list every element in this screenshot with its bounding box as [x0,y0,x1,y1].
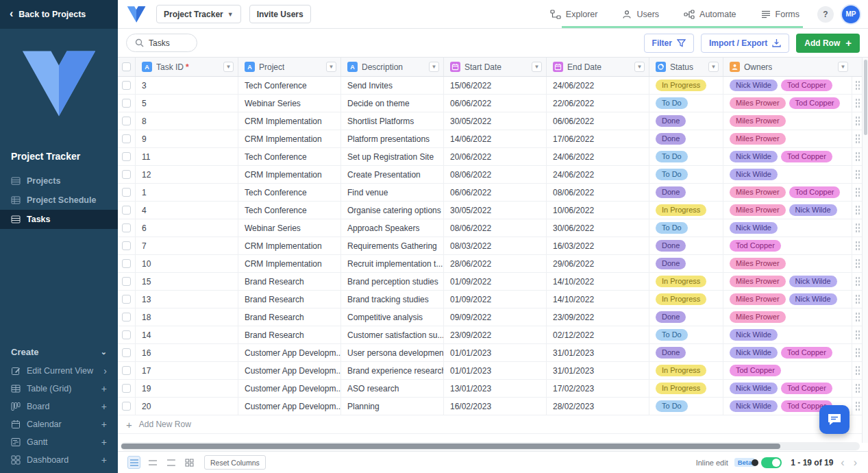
vertical-scrollbar[interactable] [862,58,868,443]
cell-status[interactable]: In Progress [649,273,723,291]
row-checkbox[interactable] [122,313,131,322]
row-height-medium-button[interactable] [146,456,159,469]
row-checkbox[interactable] [122,206,131,215]
row-drag-handle[interactable] [852,112,862,130]
owner-chip[interactable]: Nick Wilde [730,329,778,341]
cell-end-date[interactable]: 14/10/2022 [547,291,649,308]
add-row-button[interactable]: Add Row + [796,34,860,53]
cell-start-date[interactable]: 09/09/2022 [444,308,547,326]
cell-start-date[interactable]: 06/06/2022 [444,184,547,202]
cell-status[interactable]: Done [649,344,723,362]
cell-end-date[interactable]: 22/06/2022 [547,95,649,112]
owner-chip[interactable]: Tod Copper [730,365,781,376]
table-row[interactable]: 19 Customer App Developm... ASO research… [118,380,862,398]
table-row[interactable]: 13 Brand Research Brand tracking studies… [118,291,862,308]
column-header-status[interactable]: Status ▼ [649,58,723,76]
cell-owners[interactable]: Miles Prower [723,112,852,130]
import-export-button[interactable]: Import / Export [701,34,789,53]
cell-description[interactable]: Brand perception studies [341,273,444,291]
cell-project[interactable]: Brand Research [238,291,341,308]
table-row[interactable]: 3 Tech Conference Send Invites 15/06/202… [118,77,862,95]
row-drag-handle[interactable] [852,148,862,166]
cell-end-date[interactable]: 29/06/2022 [547,255,649,273]
owner-chip[interactable]: Miles Prower [730,276,786,287]
row-checkbox[interactable] [122,348,131,357]
column-header-owners[interactable]: Owners ▼ [723,58,852,76]
cell-end-date[interactable]: 16/03/2022 [547,237,649,255]
plus-icon[interactable]: + [101,454,107,465]
cell-description[interactable]: Shortlist Platforms [341,112,444,130]
column-menu-button[interactable]: ▼ [838,62,848,72]
cell-start-date[interactable]: 01/09/2022 [444,291,547,308]
row-checkbox[interactable] [122,134,131,143]
column-menu-button[interactable]: ▼ [634,62,645,72]
cell-status[interactable]: Done [649,130,723,148]
owner-chip[interactable]: Nick Wilde [789,204,837,216]
row-checkbox[interactable] [122,384,131,393]
cell-project[interactable]: CRM Implementation [238,130,341,148]
vertical-scrollbar-thumb[interactable] [864,60,867,135]
cell-project[interactable]: Webinar Series [238,219,341,237]
row-drag-handle[interactable] [852,130,862,148]
row-drag-handle[interactable] [852,219,862,237]
column-menu-button[interactable]: ▼ [532,62,542,72]
row-checkbox[interactable] [122,170,131,179]
row-drag-handle[interactable] [852,202,862,219]
cell-owners[interactable]: Miles ProwerNick Wilde [723,273,852,291]
cell-description[interactable]: Brand tracking studies [341,291,444,308]
cell-end-date[interactable]: 17/02/2023 [547,380,649,398]
horizontal-scrollbar-thumb[interactable] [121,444,780,449]
cell-description[interactable]: Set up Registration Site [341,148,444,166]
cell-description[interactable]: Create Presentation [341,166,444,184]
table-row[interactable]: 14 Brand Research Customer satisfaction … [118,326,862,344]
row-checkbox[interactable] [122,277,131,286]
cell-project[interactable]: CRM Implementation [238,166,341,184]
column-header-task-id[interactable]: A Task ID * ▼ [136,58,238,76]
cell-end-date[interactable]: 02/12/2022 [547,326,649,344]
row-drag-handle[interactable] [852,362,862,380]
owner-chip[interactable]: Nick Wilde [789,293,837,305]
cell-project[interactable]: CRM Implementation [238,112,341,130]
table-row[interactable]: 5 Webinar Series Decide on theme 06/06/2… [118,95,862,112]
cell-project[interactable]: Tech Conference [238,77,341,95]
cell-start-date[interactable]: 23/09/2022 [444,326,547,344]
cell-status[interactable]: To Do [649,326,723,344]
table-row[interactable]: 16 Customer App Developm... User persona… [118,344,862,362]
plus-icon[interactable]: + [101,383,107,394]
cell-description[interactable]: User persona development [341,344,444,362]
cell-status[interactable]: In Progress [649,380,723,398]
search-input[interactable]: Tasks [126,34,197,52]
cell-owners[interactable]: Tod Copper [723,237,852,255]
row-height-small-button[interactable] [127,456,140,469]
cell-description[interactable]: Organise catering options [341,202,444,219]
cell-project[interactable]: CRM Implementation [238,255,341,273]
table-row[interactable]: 10 CRM Implementation Recruit implementa… [118,255,862,273]
table-row[interactable]: 18 Brand Research Competitive analysis 0… [118,308,862,326]
table-row[interactable]: 12 CRM Implementation Create Presentatio… [118,166,862,184]
cell-status[interactable]: In Progress [649,202,723,219]
cell-task-id[interactable]: 18 [136,308,238,326]
inline-edit-toggle[interactable] [761,457,782,468]
cell-task-id[interactable]: 5 [136,95,238,112]
cell-task-id[interactable]: 12 [136,166,238,184]
cell-end-date[interactable]: 08/06/2022 [547,184,649,202]
column-menu-button[interactable]: ▼ [708,62,719,72]
cell-description[interactable]: Competitive analysis [341,308,444,326]
cell-project[interactable]: Customer App Developm... [238,362,341,380]
cell-description[interactable]: Send Invites [341,77,444,95]
row-drag-handle[interactable] [852,95,862,112]
cell-start-date[interactable]: 01/01/2023 [444,362,547,380]
row-height-grid-button[interactable] [183,456,196,469]
cell-description[interactable]: Platform presentations [341,130,444,148]
cell-status[interactable]: To Do [649,219,723,237]
owner-chip[interactable]: Nick Wilde [730,400,778,412]
cell-project[interactable]: Customer App Developm... [238,380,341,398]
owner-chip[interactable]: Nick Wilde [730,222,778,234]
owner-chip[interactable]: Tod Copper [781,383,832,394]
cell-project[interactable]: Brand Research [238,273,341,291]
cell-owners[interactable]: Miles ProwerNick Wilde [723,291,852,308]
cell-description[interactable]: Decide on theme [341,95,444,112]
cell-owners[interactable]: Miles ProwerNick Wilde [723,202,852,219]
cell-owners[interactable]: Nick Wilde [723,219,852,237]
reset-columns-button[interactable]: Reset Columns [204,455,266,470]
